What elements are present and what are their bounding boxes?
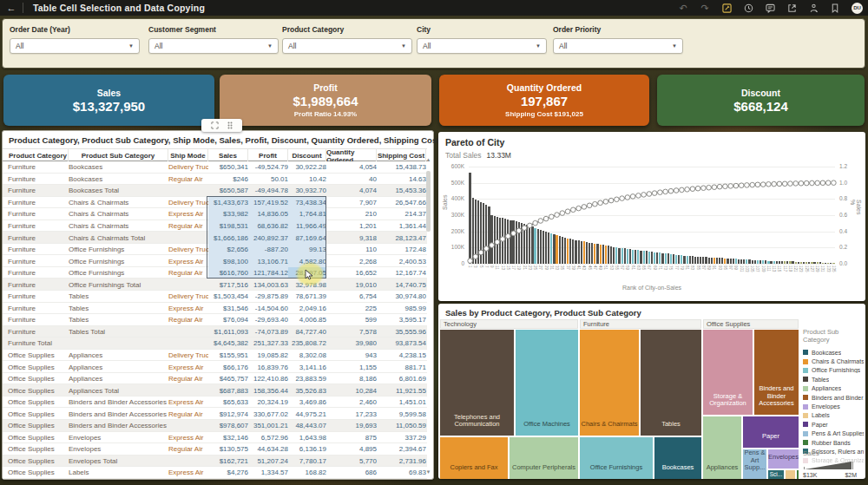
column-header[interactable]: Shipping Cost xyxy=(377,149,426,162)
table-cell[interactable]: 20,324.19 xyxy=(248,397,288,409)
table-cell[interactable]: $66,176 xyxy=(208,361,248,373)
table-row[interactable]: FurnitureBookcasesDelivery Truck$650,341… xyxy=(3,161,427,174)
cumulative-marker[interactable] xyxy=(652,191,657,196)
table-cell[interactable]: $1,433,673 xyxy=(208,197,248,209)
table-cell[interactable]: 3,141.16 xyxy=(288,361,326,373)
treemap-node[interactable]: Appliances xyxy=(703,416,741,479)
table-cell[interactable]: 19,085.82 xyxy=(248,350,288,362)
table-cell[interactable]: 2,460 xyxy=(326,397,377,409)
table-cell[interactable]: Bookcases xyxy=(69,174,168,186)
table-row[interactable]: Office SuppliesEnvelopes Total$162,72151… xyxy=(3,456,427,468)
table-cell[interactable]: Labels xyxy=(69,467,168,479)
cumulative-marker[interactable] xyxy=(647,192,652,197)
kpi-discount[interactable]: Discount $668,124 xyxy=(657,75,865,126)
table-cell[interactable]: 7,578 xyxy=(326,326,377,338)
table-cell[interactable]: Tables Total xyxy=(69,326,168,338)
cumulative-marker[interactable] xyxy=(484,246,490,252)
table-cell[interactable]: $155,951 xyxy=(208,350,248,362)
table-cell[interactable]: Furniture xyxy=(8,303,69,315)
table-cell[interactable]: Appliances xyxy=(69,350,168,362)
table-cell[interactable]: 3,469.86 xyxy=(288,397,326,409)
table-row[interactable]: Office SuppliesBinders and Binder Access… xyxy=(3,408,427,420)
treemap-node[interactable]: Computer Peripherals xyxy=(510,437,578,479)
table-cell[interactable]: Office Supplies xyxy=(8,432,69,444)
table-cell[interactable]: Bookcases Total xyxy=(69,185,168,197)
treemap-node[interactable]: Bookcases xyxy=(654,437,701,479)
cumulative-marker[interactable] xyxy=(815,180,820,186)
table-row[interactable]: Furniture Total$4,645,382251,327.33235,8… xyxy=(3,338,427,350)
table-cell[interactable]: 10,284 xyxy=(326,384,377,397)
treemap-node[interactable]: Office Furnishings xyxy=(580,437,653,479)
treemap-node[interactable] xyxy=(797,470,799,479)
table-cell[interactable]: Express Air xyxy=(168,255,208,267)
table-cell[interactable]: Binders and Binder Accessories xyxy=(69,408,168,420)
table-cell[interactable]: 7,907 xyxy=(326,197,377,209)
table-cell[interactable]: -887.20 xyxy=(248,244,288,256)
table-row[interactable]: Office SuppliesAppliances Total$687,8831… xyxy=(3,384,427,397)
cumulative-marker[interactable] xyxy=(674,188,679,193)
table-cell[interactable]: Binders and Binder Accessories Total xyxy=(69,420,168,432)
table-cell[interactable]: $1,666,186 xyxy=(208,232,248,244)
table-cell[interactable]: 15,453.36 xyxy=(377,185,426,197)
table-cell[interactable]: 214.37 xyxy=(377,208,426,220)
table-cell[interactable]: 7,780.17 xyxy=(288,456,326,468)
table-cell[interactable]: 225 xyxy=(326,303,377,315)
table-cell[interactable]: 35,526.83 xyxy=(288,384,326,397)
table-cell[interactable]: 28,123.47 xyxy=(377,232,426,244)
redo-icon[interactable]: ↷ xyxy=(700,3,710,13)
table-cell[interactable]: Delivery Truck xyxy=(168,350,208,362)
filter-dropdown-customer-segment[interactable]: All ▼ xyxy=(148,38,279,54)
table-cell[interactable]: $76,094 xyxy=(208,314,248,326)
column-header[interactable]: Product Category xyxy=(8,149,69,162)
treemap-node[interactable]: Envelopes xyxy=(768,449,799,469)
table-cell[interactable]: $650,341 xyxy=(208,161,248,174)
table-cell[interactable]: Express Air xyxy=(168,208,208,220)
cumulative-marker[interactable] xyxy=(549,214,555,220)
table-cell[interactable]: 9,599.58 xyxy=(377,408,426,420)
cumulative-marker[interactable] xyxy=(473,254,478,259)
table-cell[interactable]: Express Air xyxy=(168,361,208,373)
table-cell[interactable]: 40 xyxy=(326,174,377,186)
column-header[interactable]: Product Sub Category xyxy=(69,149,168,162)
table-cell[interactable]: 14.63 xyxy=(377,174,426,186)
cumulative-marker[interactable] xyxy=(825,180,831,186)
table-cell[interactable]: 6,801.69 xyxy=(377,373,426,385)
cumulative-marker[interactable] xyxy=(799,181,804,187)
back-button[interactable]: ← xyxy=(0,3,23,13)
cumulative-marker[interactable] xyxy=(571,207,576,213)
table-cell[interactable]: 210 xyxy=(326,208,377,220)
cumulative-marker[interactable] xyxy=(820,180,825,186)
table-cell[interactable]: Regular Air xyxy=(168,408,208,420)
table-cell[interactable]: Regular Air xyxy=(168,267,208,279)
table-cell[interactable]: 330,677.02 xyxy=(248,408,288,420)
table-cell[interactable]: 19,010 xyxy=(326,279,377,291)
column-header[interactable]: Discount xyxy=(288,149,326,162)
table-cell[interactable]: Office Supplies xyxy=(8,350,69,362)
table-cell[interactable]: 69.83 xyxy=(377,467,426,479)
table-cell[interactable]: Delivery Truck xyxy=(168,197,208,209)
table-cell[interactable]: $616,760 xyxy=(208,267,248,279)
table-cell[interactable]: 4,238.15 xyxy=(377,350,426,362)
table-cell[interactable]: $31,546 xyxy=(208,303,248,315)
cumulative-marker[interactable] xyxy=(533,220,538,226)
table-cell[interactable]: 26,547.66 xyxy=(377,197,426,209)
treemap-node[interactable]: Telephones and Communication xyxy=(440,330,514,436)
table-cell[interactable]: Regular Air xyxy=(168,314,208,326)
cumulative-marker[interactable] xyxy=(733,183,739,188)
table-cell[interactable]: 351,001.21 xyxy=(248,420,288,432)
table-cell[interactable]: Regular Air xyxy=(168,220,208,233)
table-cell[interactable]: 1,201 xyxy=(326,220,377,233)
table-cell[interactable]: $4,645,382 xyxy=(208,338,248,350)
table-cell[interactable]: Furniture xyxy=(8,314,69,326)
table-cell[interactable]: Furniture xyxy=(8,255,69,267)
table-cell[interactable]: 157,419.52 xyxy=(248,197,288,209)
cumulative-marker[interactable] xyxy=(620,196,625,201)
table-cell[interactable]: 44,975.21 xyxy=(288,408,326,420)
legend-item[interactable]: Binders and Binder... xyxy=(803,393,864,402)
table-cell[interactable]: 44,634.28 xyxy=(248,443,288,456)
kpi-sales[interactable]: Sales $13,327,950 xyxy=(3,75,214,126)
table-row[interactable]: Office SuppliesEnvelopesExpress Air$32,1… xyxy=(3,432,427,444)
table-cell[interactable]: Office Supplies xyxy=(8,420,69,432)
table-row[interactable]: FurnitureChairs & Chairmats Total$1,666,… xyxy=(3,232,427,244)
table-cell[interactable]: Express Air xyxy=(168,467,208,479)
